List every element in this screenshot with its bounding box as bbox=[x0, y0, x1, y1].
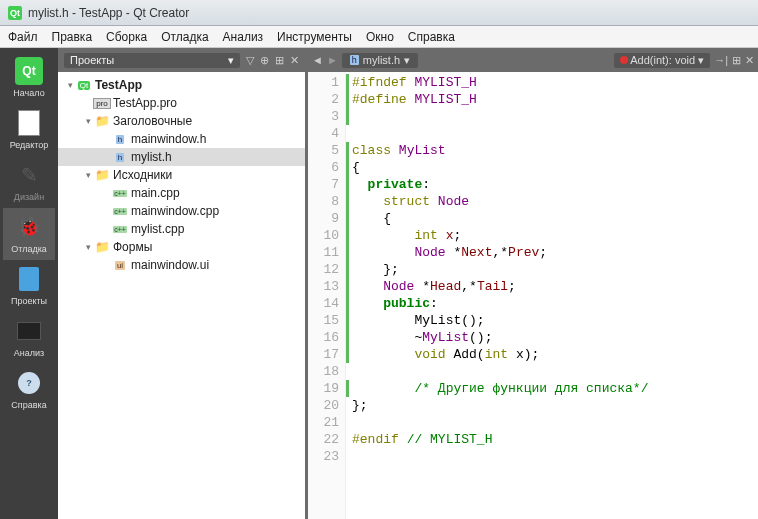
menu-analyze[interactable]: Анализ bbox=[223, 30, 264, 44]
nav-forward-icon[interactable]: ► bbox=[327, 54, 338, 66]
window-titlebar: Qt mylist.h - TestApp - Qt Creator bbox=[0, 0, 758, 26]
tree-node[interactable]: c++mylist.cpp bbox=[58, 220, 305, 238]
editor-toolbar: ◄ ► h mylist.h ▾ Add(int): void ▾ →| ⊞ ✕ bbox=[308, 48, 758, 72]
tree-node[interactable]: proTestApp.pro bbox=[58, 94, 305, 112]
mode-редактор[interactable]: Редактор bbox=[3, 104, 55, 156]
menu-help[interactable]: Справка bbox=[408, 30, 455, 44]
close-editor-icon[interactable]: ✕ bbox=[745, 54, 754, 67]
mode-анализ[interactable]: Анализ bbox=[3, 312, 55, 364]
tree-node[interactable]: uimainwindow.ui bbox=[58, 256, 305, 274]
add-icon[interactable]: ⊕ bbox=[260, 54, 269, 67]
mode-bar: QtНачалоРедактор✎Дизайн🐞ОтладкаПроектыАн… bbox=[0, 48, 58, 519]
split-icon[interactable]: ⊞ bbox=[275, 54, 284, 67]
symbol-selector[interactable]: Add(int): void ▾ bbox=[614, 53, 710, 68]
code-editor[interactable]: 1234567891011121314151617181920212223 #i… bbox=[308, 72, 758, 519]
line-gutter: 1234567891011121314151617181920212223 bbox=[308, 72, 346, 519]
menu-window[interactable]: Окно bbox=[366, 30, 394, 44]
tree-node[interactable]: hmainwindow.h bbox=[58, 130, 305, 148]
nav-back-icon[interactable]: ◄ bbox=[312, 54, 323, 66]
projects-header: Проекты▾ ▽ ⊕ ⊞ ✕ bbox=[58, 48, 305, 72]
tree-node[interactable]: c++main.cpp bbox=[58, 184, 305, 202]
tree-node[interactable]: ▾📁Формы bbox=[58, 238, 305, 256]
menu-edit[interactable]: Правка bbox=[52, 30, 93, 44]
menu-tools[interactable]: Инструменты bbox=[277, 30, 352, 44]
menu-build[interactable]: Сборка bbox=[106, 30, 147, 44]
tree-node[interactable]: ▾📁Заголовочные bbox=[58, 112, 305, 130]
tree-node[interactable]: ▾📁Исходники bbox=[58, 166, 305, 184]
projects-pane: Проекты▾ ▽ ⊕ ⊞ ✕ ▾QtTestAppproTestApp.pr… bbox=[58, 48, 308, 519]
mode-начало[interactable]: QtНачало bbox=[3, 52, 55, 104]
method-icon bbox=[620, 56, 628, 64]
mode-проекты[interactable]: Проекты bbox=[3, 260, 55, 312]
tree-node[interactable]: ▾QtTestApp bbox=[58, 76, 305, 94]
split-icon[interactable]: ⊞ bbox=[732, 54, 741, 67]
dropdown-icon: ▾ bbox=[228, 54, 234, 67]
h-file-icon: h bbox=[350, 55, 359, 65]
project-tree: ▾QtTestAppproTestApp.pro▾📁Заголовочныеhm… bbox=[58, 72, 305, 519]
code-lines[interactable]: #ifndef MYLIST_H#define MYLIST_H class M… bbox=[346, 72, 758, 519]
menu-debug[interactable]: Отладка bbox=[161, 30, 208, 44]
app-icon: Qt bbox=[8, 6, 22, 20]
tree-node[interactable]: c++mainwindow.cpp bbox=[58, 202, 305, 220]
tree-node[interactable]: hmylist.h bbox=[58, 148, 305, 166]
mode-справка[interactable]: ?Справка bbox=[3, 364, 55, 416]
window-title: mylist.h - TestApp - Qt Creator bbox=[28, 6, 189, 20]
editor-pane: ◄ ► h mylist.h ▾ Add(int): void ▾ →| ⊞ ✕… bbox=[308, 48, 758, 519]
menu-file[interactable]: Файл bbox=[8, 30, 38, 44]
mode-отладка[interactable]: 🐞Отладка bbox=[3, 208, 55, 260]
close-icon[interactable]: ✕ bbox=[290, 54, 299, 67]
projects-selector[interactable]: Проекты▾ bbox=[64, 53, 240, 68]
line-col-icon[interactable]: →| bbox=[714, 54, 728, 66]
dropdown-icon: ▾ bbox=[404, 54, 410, 67]
editor-file-tab[interactable]: h mylist.h ▾ bbox=[342, 53, 418, 68]
mode-дизайн[interactable]: ✎Дизайн bbox=[3, 156, 55, 208]
menu-bar: Файл Правка Сборка Отладка Анализ Инстру… bbox=[0, 26, 758, 48]
filter-icon[interactable]: ▽ bbox=[246, 54, 254, 67]
